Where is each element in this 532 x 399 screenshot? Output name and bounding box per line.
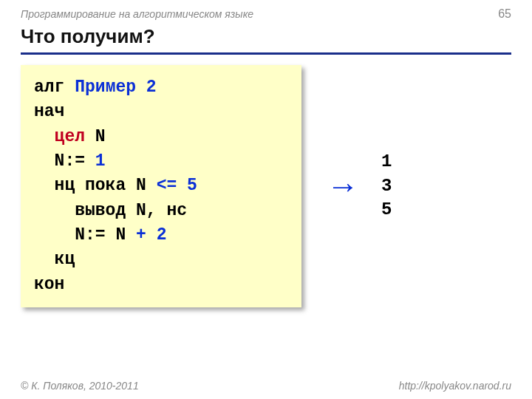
copyright: © К. Поляков, 2010-2011	[21, 380, 139, 392]
topic-label: Программирование на алгоритмическом язык…	[21, 8, 253, 20]
code-sp1	[177, 176, 187, 195]
footer: © К. Поляков, 2010-2011 http://kpolyakov…	[21, 380, 511, 392]
code-kw-alg: алг	[34, 78, 64, 97]
code-op-le: <=	[157, 176, 177, 195]
program-output: 1 3 5	[381, 150, 392, 222]
page-title: Что получим?	[21, 24, 511, 52]
code-lit-1: 1	[95, 151, 106, 171]
code-print: вывод N, нс	[34, 201, 187, 220]
code-end: кон	[34, 275, 64, 294]
code-plus: +	[136, 225, 146, 245]
topbar: Программирование на алгоритмическом язык…	[21, 7, 511, 21]
code-lit-2: 2	[157, 225, 167, 245]
code-endloop: кц	[34, 250, 75, 269]
code-sp2	[146, 225, 157, 245]
code-assign1-a: N:=	[34, 151, 95, 171]
content-row: алг Пример 2 нач цел N N:= 1 нц пока N <…	[21, 65, 511, 307]
slide: Программирование на алгоритмическом язык…	[0, 0, 532, 399]
arrow-icon: →	[327, 170, 359, 202]
code-lit-5: 5	[187, 176, 197, 195]
code-block: алг Пример 2 нач цел N N:= 1 нц пока N <…	[21, 65, 301, 307]
code-type-int: цел	[55, 127, 85, 146]
code-loop-a: нц пока N	[34, 176, 157, 195]
code-begin: нач	[34, 102, 64, 121]
code-assign2-a: N:= N	[34, 225, 136, 245]
page-number: 65	[498, 7, 511, 21]
code-alg-name: Пример 2	[64, 78, 156, 97]
title-rule	[21, 52, 511, 55]
footer-url: http://kpolyakov.narod.ru	[399, 380, 511, 392]
code-var-decl: N	[85, 127, 106, 146]
output-column: → 1 3 5	[327, 150, 392, 222]
